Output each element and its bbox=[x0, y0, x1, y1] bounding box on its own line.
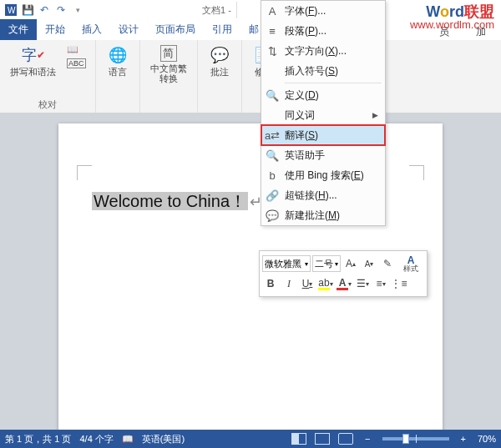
hyperlink-icon: 🔗 bbox=[265, 188, 280, 203]
mini-font-name[interactable]: 微软雅黑▾ bbox=[262, 255, 311, 272]
status-page[interactable]: 第 1 页，共 1 页 bbox=[5, 433, 71, 445]
language-button[interactable]: 🌐 语言 bbox=[103, 43, 133, 78]
margin-corner-tr bbox=[409, 165, 424, 180]
status-word-count[interactable]: 4/4 个字 bbox=[79, 433, 113, 445]
tab-references[interactable]: 引用 bbox=[204, 19, 240, 40]
ctx-hyperlink-label: 超链接(H)... bbox=[285, 189, 378, 203]
highlight-button[interactable]: ab▾ bbox=[317, 275, 334, 292]
ribbon-group-language: 🌐 语言 bbox=[96, 40, 140, 113]
proofing-group-label: 校对 bbox=[38, 98, 57, 111]
chevron-right-icon: ▶ bbox=[372, 111, 378, 119]
tab-layout[interactable]: 页面布局 bbox=[147, 19, 204, 40]
underline-button[interactable]: U▾ bbox=[299, 275, 316, 292]
zoom-in-button[interactable]: + bbox=[458, 434, 469, 444]
book-icon: 📖 bbox=[67, 44, 78, 55]
app-icon: W bbox=[3, 3, 18, 18]
ctx-bing-search[interactable]: b 使用 Bing 搜索(E) bbox=[261, 165, 385, 185]
qat-customize-icon[interactable]: ▾ bbox=[70, 3, 85, 18]
cjk-icon: 简 bbox=[160, 45, 177, 62]
ctx-bing-label: 使用 Bing 搜索(E) bbox=[285, 169, 378, 183]
ribbon: 字✔ 拼写和语法 📖 ABC 校对 🌐 语言 简 中文简繁 转换 💬 批注 bbox=[0, 40, 501, 113]
cjk-convert-button[interactable]: 简 中文简繁 转换 bbox=[147, 43, 190, 85]
ctx-new-comment-label: 新建批注(M) bbox=[285, 209, 378, 223]
italic-button[interactable]: I bbox=[281, 275, 297, 292]
tab-insert[interactable]: 插入 bbox=[73, 19, 110, 40]
ctx-font[interactable]: A 字体(F)... bbox=[261, 1, 385, 21]
svg-text:W: W bbox=[8, 6, 16, 15]
synonyms-icon bbox=[265, 108, 280, 123]
symbol-icon bbox=[265, 63, 280, 78]
thesaurus-button[interactable]: 📖 bbox=[64, 43, 89, 56]
proofing-status-icon[interactable]: 📖 bbox=[122, 434, 134, 445]
paragraph-icon: ≡ bbox=[265, 23, 280, 38]
abc-icon: ABC bbox=[67, 58, 86, 68]
tab-home[interactable]: 开始 bbox=[37, 19, 73, 40]
ctx-translate[interactable]: a⇄ 翻译(S) bbox=[261, 125, 385, 145]
bing-icon: b bbox=[265, 168, 280, 183]
redo-icon[interactable]: ↷ bbox=[53, 3, 68, 18]
zoom-out-button[interactable]: − bbox=[362, 434, 373, 444]
ctx-english-assistant[interactable]: 🔍 英语助手 bbox=[261, 145, 385, 165]
styles-button[interactable]: A样式 bbox=[397, 255, 424, 272]
ctx-separator bbox=[285, 83, 382, 83]
new-comment-button[interactable]: 💬 批注 bbox=[205, 43, 235, 78]
ctx-text-direction[interactable]: ⇅ 文字方向(X)... bbox=[261, 41, 385, 61]
brush-icon: ✎ bbox=[383, 258, 392, 269]
tab-design[interactable]: 设计 bbox=[110, 19, 147, 40]
status-language[interactable]: 英语(美国) bbox=[142, 433, 185, 445]
document-title: 文档1 - bbox=[202, 4, 231, 17]
ctx-synonyms-label: 同义词 bbox=[285, 108, 367, 123]
font-icon: A bbox=[265, 3, 280, 18]
read-mode-icon[interactable] bbox=[291, 433, 306, 445]
web-layout-icon[interactable] bbox=[338, 433, 353, 445]
save-icon[interactable]: 💾 bbox=[20, 3, 35, 18]
watermark-url: www.wordlm.com bbox=[410, 18, 494, 31]
spelling-label: 拼写和语法 bbox=[10, 67, 56, 77]
text-direction-icon: ⇅ bbox=[265, 43, 280, 58]
spelling-icon: 字✔ bbox=[23, 45, 43, 65]
ctx-font-label: 字体(F)... bbox=[285, 4, 378, 18]
format-painter-button[interactable]: ✎ bbox=[379, 255, 396, 272]
multilevel-list-button[interactable]: ⋮≡ bbox=[391, 275, 407, 292]
ctx-paragraph-label: 段落(P)... bbox=[285, 24, 378, 38]
word-count-button[interactable]: ABC bbox=[64, 58, 89, 69]
ctx-insert-symbol[interactable]: 插入符号(S) bbox=[261, 61, 385, 81]
font-color-button[interactable]: A▾ bbox=[336, 275, 352, 292]
define-icon: 🔍 bbox=[265, 88, 280, 103]
bullets-button[interactable]: ☰▾ bbox=[354, 275, 371, 292]
language-label: 语言 bbox=[109, 67, 127, 77]
context-menu: A 字体(F)... ≡ 段落(P)... ⇅ 文字方向(X)... 插入符号(… bbox=[261, 0, 386, 226]
ctx-translate-label: 翻译(S) bbox=[285, 128, 378, 143]
assistant-icon: 🔍 bbox=[265, 148, 280, 163]
ctx-insert-symbol-label: 插入符号(S) bbox=[285, 64, 378, 78]
ribbon-group-comments: 💬 批注 bbox=[198, 40, 242, 113]
new-comment-icon: 💬 bbox=[265, 208, 280, 223]
spelling-grammar-button[interactable]: 字✔ 拼写和语法 bbox=[7, 43, 59, 78]
title-separator bbox=[236, 2, 237, 18]
status-bar: 第 1 页，共 1 页 4/4 个字 📖 英语(美国) − + 70% bbox=[0, 430, 501, 448]
ctx-text-direction-label: 文字方向(X)... bbox=[285, 44, 378, 58]
zoom-thumb[interactable] bbox=[402, 434, 409, 444]
ctx-synonyms[interactable]: 同义词 ▶ bbox=[261, 105, 385, 125]
translate-icon: a⇄ bbox=[265, 128, 280, 143]
selected-text[interactable]: Welcome to China！ bbox=[92, 192, 248, 210]
globe-icon: 🌐 bbox=[108, 45, 128, 65]
ctx-define[interactable]: 🔍 定义(D) bbox=[261, 85, 385, 105]
shrink-font-button[interactable]: A▾ bbox=[361, 255, 377, 272]
zoom-percent[interactable]: 70% bbox=[478, 434, 496, 444]
ctx-english-assistant-label: 英语助手 bbox=[285, 148, 378, 163]
print-layout-icon[interactable] bbox=[315, 433, 330, 445]
mini-font-size[interactable]: 二号▾ bbox=[312, 255, 341, 272]
bold-button[interactable]: B bbox=[262, 275, 279, 292]
grow-font-button[interactable]: A▴ bbox=[342, 255, 359, 272]
ctx-define-label: 定义(D) bbox=[285, 88, 378, 103]
ctx-new-comment[interactable]: 💬 新建批注(M) bbox=[261, 205, 385, 225]
cjk-label: 中文简繁 转换 bbox=[150, 63, 187, 83]
undo-icon[interactable]: ↶ bbox=[37, 3, 52, 18]
zoom-slider[interactable] bbox=[382, 437, 449, 440]
mini-toolbar: 微软雅黑▾ 二号▾ A▴ A▾ ✎ A样式 B I U▾ ab▾ A▾ ☰▾ ≡… bbox=[259, 250, 428, 297]
numbering-button[interactable]: ≡▾ bbox=[372, 275, 389, 292]
tab-file[interactable]: 文件 bbox=[0, 19, 37, 40]
ctx-hyperlink[interactable]: 🔗 超链接(H)... bbox=[261, 185, 385, 205]
ctx-paragraph[interactable]: ≡ 段落(P)... bbox=[261, 21, 385, 41]
